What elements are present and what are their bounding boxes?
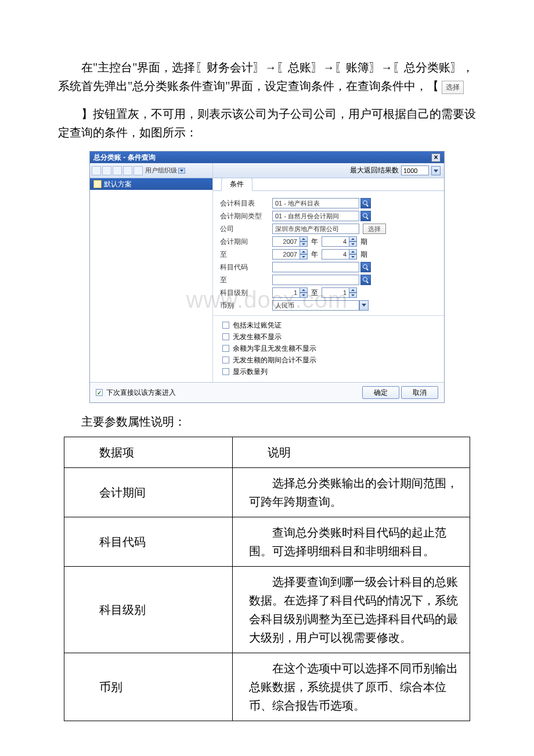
checkbox-icon[interactable] xyxy=(222,322,229,329)
saveas-icon[interactable] xyxy=(113,166,122,175)
year-unit-label: 年 xyxy=(311,237,318,247)
row-key: 会计期间 xyxy=(64,468,233,517)
period-unit-label: 期 xyxy=(360,237,367,247)
company-input xyxy=(272,224,359,234)
spinner-icon[interactable] xyxy=(349,249,357,260)
row-desc: 在这个选项中可以选择不同币别输出总账数据，系统提供了原币、综合本位币、综合报告币… xyxy=(233,653,470,721)
checkbox-icon[interactable] xyxy=(222,345,229,352)
max-return-label: 最大返回结果数 xyxy=(350,165,399,175)
checkbox-icon[interactable] xyxy=(222,333,229,340)
table-row: 科目代码 查询总分类账时科目代码的起止范围。可选择明细科目和非明细科目。 xyxy=(64,517,470,567)
dialog-right-panel: 最大返回结果数 条件 会计科目表 会计期间类型 公司 xyxy=(213,163,444,382)
dialog-title: 总分类账 - 条件查询 xyxy=(93,153,156,163)
table-row: 币别 在这个选项中可以选择不同币别输出总账数据，系统提供了原币、综合本位币、综合… xyxy=(64,653,470,721)
account-code-to-input[interactable] xyxy=(272,275,359,285)
select-button-disabled: 选择 xyxy=(442,81,464,94)
table-header: 数据项 说明 xyxy=(64,437,470,468)
company-label: 公司 xyxy=(220,224,272,234)
account-level-label: 科目级别 xyxy=(220,288,272,298)
spinner-icon[interactable] xyxy=(349,287,357,298)
tab-condition[interactable]: 条件 xyxy=(221,178,252,191)
currency-label: 币别 xyxy=(220,301,272,311)
divider xyxy=(213,315,444,316)
row-desc: 选择总分类账输出的会计期间范围，可跨年跨期查询。 xyxy=(233,468,470,517)
period-from-label: 会计期间 xyxy=(220,237,272,247)
table-row: 会计期间 选择总分类账输出的会计期间范围，可跨年跨期查询。 xyxy=(64,468,470,517)
spinner-icon[interactable] xyxy=(300,249,308,260)
row-desc: 查询总分类账时科目代码的起止范围。可选择明细科目和非明细科目。 xyxy=(233,517,470,567)
check-row[interactable]: 包括未过账凭证 xyxy=(222,319,437,331)
account-chart-label: 会计科目表 xyxy=(220,199,272,208)
params-table: 数据项 说明 会计期间 选择总分类账输出的会计期间范围，可跨年跨期查询。 科目代… xyxy=(64,437,470,721)
search-icon[interactable] xyxy=(360,262,371,272)
check-row[interactable]: 显示数量列 xyxy=(222,366,437,377)
period-to-year[interactable] xyxy=(272,249,300,260)
plan-icon xyxy=(93,180,102,188)
period-type-input[interactable] xyxy=(272,211,359,221)
account-level-to[interactable] xyxy=(322,287,349,298)
delete-icon[interactable] xyxy=(123,166,132,175)
account-level-from[interactable] xyxy=(272,287,300,298)
row-key: 科目代码 xyxy=(64,517,233,567)
check-row[interactable]: 余额为零且无发生额不显示 xyxy=(222,343,437,354)
default-plan-label: 默认方案 xyxy=(104,179,132,189)
chevron-down-icon[interactable] xyxy=(359,300,369,311)
search-icon[interactable] xyxy=(360,198,371,208)
header-desc: 说明 xyxy=(233,437,470,468)
save-icon[interactable] xyxy=(102,166,111,175)
row-key: 币别 xyxy=(64,653,233,721)
currency-input[interactable] xyxy=(272,300,359,311)
period-type-label: 会计期间类型 xyxy=(220,211,272,221)
max-return-input[interactable] xyxy=(401,165,429,175)
ok-button[interactable]: 确定 xyxy=(362,386,399,399)
dialog-screenshot: www.docx.com 总分类账 - 条件查询 × 用户组织级 默认方案 xyxy=(89,151,445,403)
para1-text-a: 在"主控台"界面，选择〖财务会计〗→〖总账〗→〖账簿〗→〖总分类账〗，系统首先弹… xyxy=(58,61,474,92)
spinner-icon[interactable] xyxy=(300,287,308,298)
para2-text: 】按钮置灰，不可用，则表示该公司为子公司公司，用户可根据自己的需要设定查询的条件… xyxy=(58,107,476,139)
row-desc: 选择要查询到哪一级会计科目的总账数据。在选择了科目代码的情况下，系统会科目级别调… xyxy=(233,567,470,653)
select-company-button: 选择 xyxy=(363,224,386,234)
new-icon[interactable] xyxy=(92,166,101,175)
search-icon[interactable] xyxy=(360,275,371,285)
chevron-down-icon[interactable] xyxy=(431,166,441,175)
dialog-footer: 下次直接以该方案进入 确定 取消 xyxy=(90,382,444,402)
para-1: 在"主控台"界面，选择〖财务会计〗→〖总账〗→〖账簿〗→〖总分类账〗，系统首先弹… xyxy=(58,58,476,95)
to-label: 至 xyxy=(311,288,318,298)
spinner-icon[interactable] xyxy=(300,236,308,247)
row-key: 科目级别 xyxy=(64,567,233,653)
dialog-left-panel: 用户组织级 默认方案 xyxy=(90,163,213,382)
year-unit-label: 年 xyxy=(311,250,318,260)
tab-strip: 条件 xyxy=(213,178,444,191)
left-toolbar: 用户组织级 xyxy=(90,163,212,178)
spinner-icon[interactable] xyxy=(349,236,357,247)
account-chart-input[interactable] xyxy=(272,198,359,208)
checkbox-icon[interactable] xyxy=(96,389,103,396)
table-row: 科目级别 选择要查询到哪一级会计科目的总账数据。在选择了科目代码的情况下，系统会… xyxy=(64,567,470,653)
next-time-label: 下次直接以该方案进入 xyxy=(106,388,176,398)
cancel-button[interactable]: 取消 xyxy=(401,386,438,399)
period-to-label: 至 xyxy=(220,250,272,260)
account-code-to-label: 至 xyxy=(220,275,272,285)
chevron-down-icon[interactable] xyxy=(178,168,185,174)
checkbox-icon[interactable] xyxy=(222,368,229,375)
close-icon[interactable]: × xyxy=(431,153,441,162)
account-code-from-input[interactable] xyxy=(272,262,359,272)
para-2: 】按钮置灰，不可用，则表示该公司为子公司公司，用户可根据自己的需要设定查询的条件… xyxy=(58,105,476,142)
search-icon[interactable] xyxy=(360,211,371,221)
checkbox-icon[interactable] xyxy=(222,357,229,363)
edit-icon[interactable] xyxy=(134,166,143,175)
dialog-titlebar: 总分类账 - 条件查询 × xyxy=(90,152,444,163)
account-code-label: 科目代码 xyxy=(220,262,272,272)
check-row[interactable]: 无发生额的期间合计不显示 xyxy=(222,354,437,366)
check-label-4: 无发生额的期间合计不显示 xyxy=(233,355,316,365)
toolbar-label: 用户组织级 xyxy=(145,166,177,175)
subheading: 主要参数属性说明： xyxy=(58,412,476,431)
period-from-year[interactable] xyxy=(272,236,300,247)
check-row[interactable]: 无发生额不显示 xyxy=(222,331,437,343)
default-plan-row[interactable]: 默认方案 xyxy=(90,178,212,190)
period-to-period[interactable] xyxy=(322,249,349,260)
dialog-body: 用户组织级 默认方案 最大返回结果数 条件 会计科目表 xyxy=(90,163,444,382)
period-from-period[interactable] xyxy=(322,236,349,247)
check-label-1: 包括未过账凭证 xyxy=(233,321,282,330)
check-label-2: 无发生额不显示 xyxy=(233,332,282,342)
